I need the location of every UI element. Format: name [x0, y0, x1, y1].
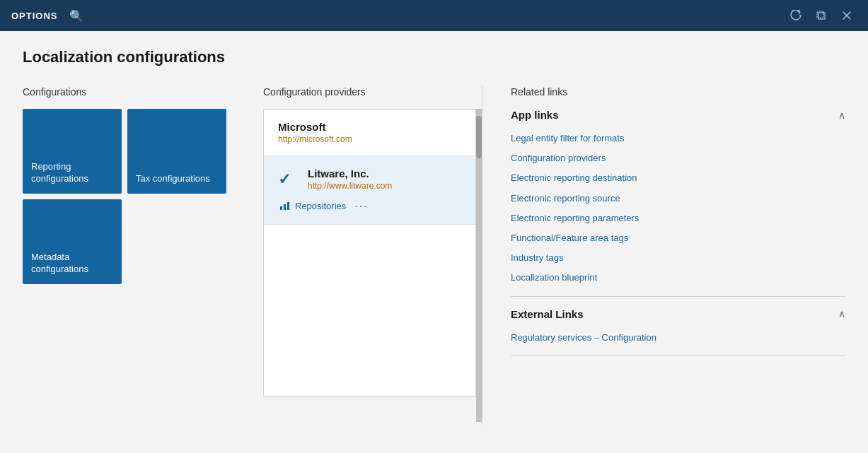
provider-litware-name: Litware, Inc. — [308, 167, 392, 180]
provider-litware[interactable]: ✓ Litware, Inc. http://www.litware.com — [264, 156, 475, 225]
link-industry-tags[interactable]: Industry tags — [511, 252, 845, 264]
link-er-parameters[interactable]: Electronic reporting parameters — [511, 212, 845, 225]
related-links-section: Related links App links ∧ Legal entity f… — [505, 86, 845, 425]
link-er-source[interactable]: Electronic reporting source — [511, 192, 845, 205]
repositories-button[interactable]: Repositories — [279, 199, 346, 213]
restore-button[interactable] — [811, 6, 831, 25]
tile-tax[interactable]: Tax configurations — [127, 109, 226, 194]
svg-rect-5 — [284, 204, 286, 210]
provider-microsoft-url: http://microsoft.com — [278, 134, 461, 144]
app-links-header: App links ∧ — [511, 109, 845, 124]
provider-litware-info: Litware, Inc. http://www.litware.com — [308, 167, 392, 191]
svg-rect-1 — [817, 11, 823, 18]
external-links-divider — [511, 355, 845, 356]
repositories-icon — [279, 199, 291, 213]
repositories-label: Repositories — [295, 201, 346, 211]
link-regulatory-services[interactable]: Regulatory services – Configuration — [511, 331, 845, 344]
restore-icon — [816, 10, 827, 21]
link-er-destination[interactable]: Electronic reporting destination — [511, 172, 845, 184]
external-links-group: External Links ∧ Regulatory services – C… — [511, 308, 845, 344]
config-tiles: Reporting configurations Tax configurati… — [23, 109, 249, 284]
providers-wrapper: Microsoft http://microsoft.com ✓ Litware… — [263, 109, 482, 422]
app-title: OPTIONS — [11, 11, 58, 21]
providers-scrollbar[interactable] — [476, 109, 482, 422]
providers-list-wrapper: Microsoft http://microsoft.com ✓ Litware… — [263, 109, 476, 422]
more-options-button[interactable]: ··· — [354, 200, 368, 213]
link-localization-blueprint[interactable]: Localization blueprint — [511, 271, 845, 284]
title-bar: OPTIONS 🔍 — [0, 0, 868, 31]
svg-rect-0 — [818, 13, 825, 19]
search-icon[interactable]: 🔍 — [69, 9, 83, 23]
title-bar-controls — [786, 6, 857, 25]
main-layout: Configurations Reporting configurations … — [23, 86, 845, 425]
tile-metadata[interactable]: Metadata configurations — [23, 199, 122, 284]
providers-section: Configuration providers Microsoft http:/… — [263, 86, 482, 425]
external-links-header: External Links ∧ — [511, 308, 845, 323]
link-config-providers[interactable]: Configuration providers — [511, 152, 845, 165]
close-button[interactable] — [837, 6, 857, 25]
repos-svg-icon — [279, 199, 291, 211]
title-bar-left: OPTIONS 🔍 — [11, 9, 83, 23]
provider-litware-actions: Repositories ··· — [278, 199, 461, 213]
app-links-group: App links ∧ Legal entity filter for form… — [511, 109, 845, 285]
link-functional-tags[interactable]: Functional/Feature area tags — [511, 232, 845, 245]
main-content: Localization configurations Configuratio… — [0, 31, 868, 453]
link-legal-entity[interactable]: Legal entity filter for formats — [511, 132, 845, 145]
provider-microsoft[interactable]: Microsoft http://microsoft.com — [264, 110, 475, 156]
svg-rect-6 — [287, 202, 289, 210]
refresh-icon — [790, 10, 802, 21]
close-icon — [841, 10, 852, 21]
external-links-collapse-icon[interactable]: ∧ — [838, 308, 845, 319]
provider-litware-header: ✓ Litware, Inc. http://www.litware.com — [278, 167, 461, 191]
provider-microsoft-info: Microsoft http://microsoft.com — [278, 121, 461, 144]
external-links-title: External Links — [511, 308, 584, 320]
provider-microsoft-name: Microsoft — [278, 121, 461, 133]
tile-reporting[interactable]: Reporting configurations — [23, 109, 122, 194]
refresh-button[interactable] — [786, 6, 806, 25]
providers-heading: Configuration providers — [263, 86, 482, 98]
providers-list: Microsoft http://microsoft.com ✓ Litware… — [263, 109, 476, 396]
svg-rect-4 — [280, 206, 282, 210]
app-links-collapse-icon[interactable]: ∧ — [838, 110, 845, 121]
provider-litware-check: ✓ — [278, 170, 299, 189]
page-title: Localization configurations — [23, 48, 845, 66]
configurations-section: Configurations Reporting configurations … — [23, 86, 249, 425]
related-links-heading: Related links — [511, 86, 845, 98]
related-divider — [511, 296, 845, 297]
configurations-heading: Configurations — [23, 86, 249, 98]
scroll-thumb — [476, 116, 482, 158]
app-links-title: App links — [511, 109, 559, 121]
provider-litware-url: http://www.litware.com — [308, 181, 392, 191]
